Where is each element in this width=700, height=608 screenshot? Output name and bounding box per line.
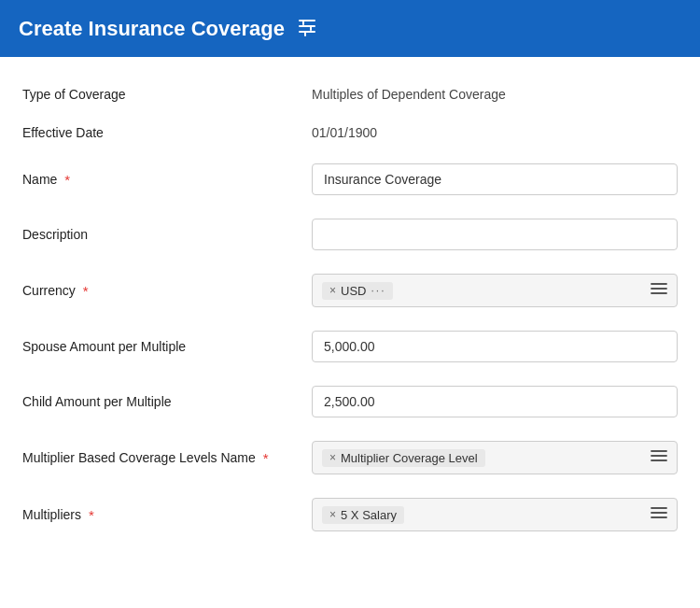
name-input[interactable]	[312, 163, 678, 195]
required-star-currency: *	[83, 283, 89, 299]
value-type-of-coverage: Multiples of Dependent Coverage	[312, 87, 678, 102]
mcl-tags-left: × Multiplier Coverage Level	[322, 449, 643, 467]
row-type-of-coverage: Type of Coverage Multiples of Dependent …	[22, 76, 678, 114]
row-child-amount: Child Amount per Multiple	[22, 375, 678, 430]
label-multipliers: Multipliers *	[22, 507, 312, 523]
row-multiplier-coverage-levels: Multiplier Based Coverage Levels Name * …	[22, 430, 678, 487]
currency-list-icon[interactable]	[651, 282, 667, 299]
mcl-tag-chip: × Multiplier Coverage Level	[322, 449, 485, 467]
value-currency[interactable]: × USD ···	[312, 274, 678, 307]
multipliers-tags-left: × 5 X Salary	[322, 506, 643, 524]
remove-multiplier-button[interactable]: ×	[329, 508, 336, 521]
mcl-tag-label: Multiplier Coverage Level	[341, 451, 478, 465]
spouse-amount-input[interactable]	[312, 331, 678, 362]
value-spouse-amount[interactable]	[312, 331, 678, 362]
label-name: Name *	[22, 172, 312, 188]
settings-icon[interactable]	[296, 15, 318, 42]
required-star-name: *	[64, 172, 70, 188]
required-star-multipliers: *	[89, 507, 94, 523]
label-type-of-coverage: Type of Coverage	[22, 87, 312, 102]
mcl-tag-field[interactable]: × Multiplier Coverage Level	[312, 441, 678, 474]
page-title: Create Insurance Coverage	[19, 17, 285, 41]
currency-tags-left: × USD ···	[322, 282, 643, 300]
value-name[interactable]	[312, 163, 678, 195]
remove-usd-button[interactable]: ×	[329, 284, 336, 297]
description-input[interactable]	[312, 219, 678, 250]
row-multipliers: Multipliers * × 5 X Salary	[22, 487, 678, 544]
row-spouse-amount: Spouse Amount per Multiple	[22, 319, 678, 375]
currency-tag-usd: × USD ···	[322, 282, 393, 300]
multipliers-tag-field[interactable]: × 5 X Salary	[312, 498, 678, 531]
form-container: Type of Coverage Multiples of Dependent …	[0, 57, 700, 562]
multipliers-list-icon[interactable]	[651, 506, 667, 523]
value-description[interactable]	[312, 219, 678, 250]
row-effective-date: Effective Date 01/01/1900	[22, 114, 678, 152]
label-multiplier-coverage-levels: Multiplier Based Coverage Levels Name *	[22, 450, 312, 466]
currency-dots: ···	[371, 284, 385, 297]
remove-mcl-button[interactable]: ×	[329, 451, 336, 464]
label-effective-date: Effective Date	[22, 125, 312, 140]
row-currency: Currency * × USD ···	[22, 262, 678, 319]
page-header: Create Insurance Coverage	[0, 0, 700, 57]
label-description: Description	[22, 227, 312, 242]
value-multiplier-coverage-levels[interactable]: × Multiplier Coverage Level	[312, 441, 678, 474]
value-multipliers[interactable]: × 5 X Salary	[312, 498, 678, 531]
child-amount-input[interactable]	[312, 386, 678, 417]
value-effective-date: 01/01/1900	[312, 125, 678, 140]
multipliers-tag-chip: × 5 X Salary	[322, 506, 404, 524]
value-child-amount[interactable]	[312, 386, 678, 417]
currency-tag-field[interactable]: × USD ···	[312, 274, 678, 307]
label-currency: Currency *	[22, 283, 312, 299]
row-description: Description	[22, 207, 678, 262]
label-child-amount: Child Amount per Multiple	[22, 394, 312, 409]
label-spouse-amount: Spouse Amount per Multiple	[22, 339, 312, 354]
row-name: Name *	[22, 152, 678, 207]
multiplier-tag-label: 5 X Salary	[341, 508, 397, 522]
required-star-mcl: *	[263, 450, 269, 466]
mcl-list-icon[interactable]	[651, 449, 667, 466]
currency-tag-label: USD	[341, 284, 366, 298]
